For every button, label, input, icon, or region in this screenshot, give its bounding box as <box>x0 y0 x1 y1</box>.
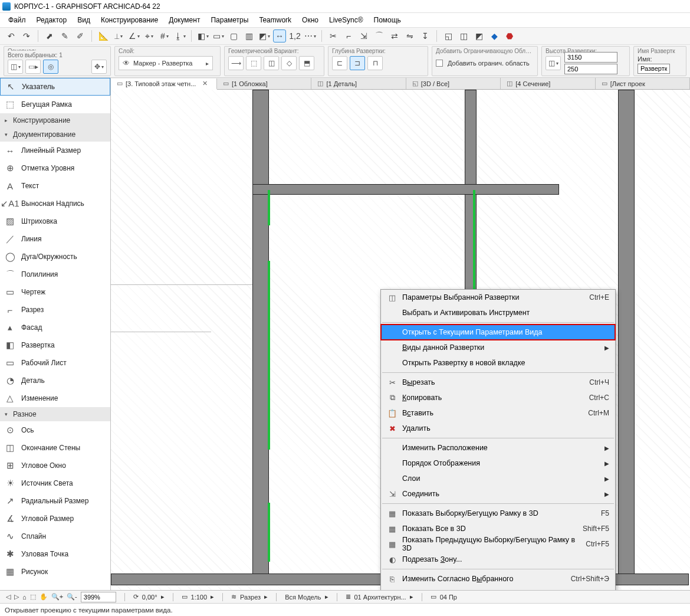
extend-icon[interactable]: ⇲ <box>357 30 370 42</box>
context-menu-item-17[interactable]: ▦Показать Выборку/Бегущую Рамку в 3DF5 <box>381 506 615 521</box>
angle-icon[interactable]: ∠ <box>127 30 140 42</box>
context-menu-item-15[interactable]: ⇲Соединить▶ <box>381 486 615 502</box>
tool-doc-11[interactable]: ◧Развертка <box>0 336 110 354</box>
zoom-out-icon[interactable]: 🔍- <box>67 593 77 601</box>
tool-doc-0[interactable]: ↔Линейный Размер <box>0 142 110 159</box>
selection-mode-button[interactable]: ▭▸ <box>25 60 41 74</box>
redo-icon[interactable]: ↷ <box>20 30 33 42</box>
tool-doc-14[interactable]: △Изменение <box>0 389 110 407</box>
context-menu-item-5[interactable]: Открыть Развертку в новой вкладке <box>381 355 615 371</box>
view-tab-5[interactable]: ▭[Лист проек <box>596 78 690 89</box>
menu-окно[interactable]: Окно <box>297 14 323 26</box>
selection-filter-button[interactable]: ◎ <box>43 60 58 74</box>
nav-back-icon[interactable]: ◁ <box>6 593 11 601</box>
context-menu-item-0[interactable]: ◫Параметры Выбранной РазверткиCtrl+E <box>381 290 615 305</box>
align-icon[interactable]: ↧ <box>419 30 432 42</box>
tool-doc-13[interactable]: ◔Деталь <box>0 372 110 389</box>
nav-fwd-icon[interactable]: ▷ <box>14 593 19 601</box>
context-menu-item-18[interactable]: ▦Показать Все в 3DShift+F5 <box>381 521 615 536</box>
tool-doc-8[interactable]: ▭Чертеж <box>0 283 110 301</box>
measure-icon[interactable]: 📐 <box>97 30 110 42</box>
team4-icon[interactable]: ◆ <box>488 30 501 42</box>
height-top-input[interactable] <box>564 52 617 63</box>
close-icon[interactable]: ✕ <box>202 80 208 87</box>
zoom-input[interactable] <box>81 592 116 602</box>
geom-btn-3[interactable]: ◫ <box>264 56 279 70</box>
bound-checkbox[interactable] <box>436 60 443 67</box>
tool-doc-2[interactable]: AТекст <box>0 177 110 195</box>
hand-icon[interactable]: ✋ <box>40 593 48 601</box>
scale-value[interactable]: 1:100 <box>191 594 208 601</box>
eyedropper-icon[interactable]: ✐ <box>74 30 87 42</box>
height-ref-button[interactable]: ◫ <box>546 56 561 70</box>
menu-помощь[interactable]: Помощь <box>369 14 406 26</box>
tool-doc-5[interactable]: ／Линия <box>0 230 110 248</box>
tool-doc-7[interactable]: ⌒Полилиния <box>0 266 110 283</box>
angle-value[interactable]: 0,00° <box>142 594 157 601</box>
team1-icon[interactable]: ◱ <box>442 30 455 42</box>
menu-файл[interactable]: Файл <box>4 14 31 26</box>
tool-doc-4[interactable]: ▨Штриховка <box>0 212 110 230</box>
context-menu-item-10[interactable]: ✖Удалить <box>381 421 615 436</box>
height-bottom-input[interactable] <box>564 64 617 74</box>
sheet-value[interactable]: 04 Пр <box>440 594 457 601</box>
nav-fit-icon[interactable]: ⬚ <box>30 593 36 601</box>
tool-other-7[interactable]: ✱Узловая Точка <box>0 545 110 563</box>
chevron-right-icon[interactable]: ▸ <box>211 593 214 601</box>
tool-settings-button[interactable]: ◫ <box>8 60 23 74</box>
menu-вид[interactable]: Вид <box>73 14 95 26</box>
extra-icon[interactable]: ⋯ <box>304 30 317 42</box>
context-menu-item-14[interactable]: Слои▶ <box>381 471 615 486</box>
trace-icon[interactable]: ◧ <box>196 30 209 42</box>
context-menu-item-12[interactable]: Изменить Расположение▶ <box>381 440 615 456</box>
menu-конструирование[interactable]: Конструирование <box>96 14 163 26</box>
trim-icon[interactable]: ⌐ <box>342 30 355 42</box>
chevron-right-icon[interactable]: ▸ <box>325 593 328 601</box>
tool-other-2[interactable]: ⊞Угловое Окно <box>0 457 110 474</box>
offset-icon[interactable]: ⇄ <box>388 30 401 42</box>
layercombo-value[interactable]: 01 Архитектурн... <box>354 594 406 601</box>
tool-pointer[interactable]: ↖Указатель <box>0 78 110 96</box>
tool-other-6[interactable]: ∿Сплайн <box>0 527 110 545</box>
name-input[interactable] <box>638 64 670 74</box>
tool-other-1[interactable]: ◫Окончание Стены <box>0 439 110 457</box>
team5-icon[interactable]: ⬣ <box>503 30 516 42</box>
context-menu-item-4[interactable]: Виды данной Развертки▶ <box>381 340 615 355</box>
layer-icon[interactable]: ▭ <box>212 30 225 42</box>
chevron-right-icon[interactable]: ▸ <box>410 593 413 601</box>
ruler-icon[interactable]: ⟂ <box>112 30 125 42</box>
menu-параметры[interactable]: Параметры <box>206 14 253 26</box>
nav-home-icon[interactable]: ⌂ <box>22 594 27 601</box>
undo-icon[interactable]: ↶ <box>5 30 18 42</box>
depth-btn-3[interactable]: ⊓ <box>367 56 383 70</box>
menu-livesync®[interactable]: LiveSync® <box>324 14 368 26</box>
render-icon[interactable]: ◩ <box>258 30 271 42</box>
team2-icon[interactable]: ◫ <box>457 30 470 42</box>
layer-select[interactable]: 👁 Маркер - Развертка ▸ <box>119 56 213 70</box>
geom-btn-1[interactable]: ⟶ <box>228 56 244 70</box>
geom-btn-4[interactable]: ◇ <box>281 56 297 70</box>
scope-value[interactable]: Вся Модель <box>285 594 321 601</box>
view-tab-2[interactable]: ◫[1 Деталь] <box>311 78 406 89</box>
pick-icon[interactable]: ⬈ <box>43 30 56 42</box>
context-menu-item-7[interactable]: ✂ВырезатьCtrl+Ч <box>381 375 615 390</box>
context-menu-item-13[interactable]: Порядок Отображения▶ <box>381 456 615 471</box>
cat-document[interactable]: ▾Документирование <box>0 127 110 142</box>
chevron-right-icon[interactable]: ▸ <box>161 593 165 601</box>
view-tab-4[interactable]: ◫[4 Сечение] <box>501 78 595 89</box>
tool-doc-3[interactable]: ↙A1Выносная Надпись <box>0 195 110 212</box>
depth-btn-1[interactable]: ⊏ <box>332 56 347 70</box>
wand-icon[interactable]: ✎ <box>58 30 71 42</box>
viewtype-value[interactable]: Разрез <box>240 594 261 601</box>
stack-icon[interactable]: ▥ <box>242 30 255 42</box>
context-menu-item-1[interactable]: Выбрать и Активировать Инструмент <box>381 305 615 320</box>
mirror-icon[interactable]: ⇋ <box>403 30 416 42</box>
context-menu-item-3[interactable]: Открыть с Текущими Параметрами Вида <box>381 325 615 340</box>
tool-doc-9[interactable]: ⌐Разрез <box>0 301 110 319</box>
fillet-icon[interactable]: ⌒ <box>373 30 386 42</box>
context-menu-item-8[interactable]: ⧉КопироватьCtrl+C <box>381 390 615 405</box>
view-tab-3[interactable]: ◱[3D / Все] <box>406 78 501 89</box>
tool-other-4[interactable]: ↗Радиальный Размер <box>0 492 110 510</box>
tool-other-8[interactable]: ▦Рисунок <box>0 563 110 581</box>
tool-other-0[interactable]: ⊙Ось <box>0 421 110 439</box>
